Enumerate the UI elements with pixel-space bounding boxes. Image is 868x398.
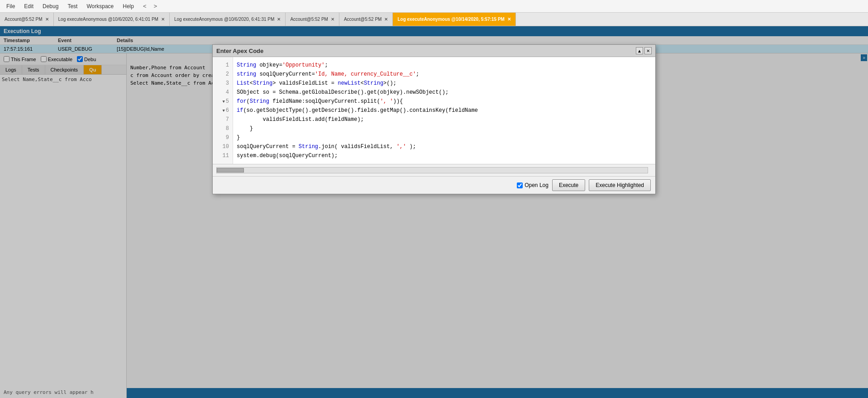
line-num-1: 1 [213,61,233,70]
line-numbers: 1234567891011 [213,57,233,164]
line-num-8: 8 [213,124,233,133]
modal-minimize-button[interactable]: ▲ [636,47,643,54]
menu-workspace[interactable]: Workspace [83,2,117,10]
menu-bar: File Edit Debug Test Workspace Help < > [0,0,868,13]
line-num-2: 2 [213,70,233,79]
line-num-4: 4 [213,88,233,97]
menu-test[interactable]: Test [64,2,81,10]
modal-footer [213,164,655,176]
modal-title: Enter Apex Code [216,48,263,54]
modal-overlay: Enter Apex Code ▲ ✕ 1234567891011 String… [0,26,868,398]
line-num-9: 9 [213,133,233,142]
code-line-5: for(String fieldName:soqlQueryCurrent.sp… [237,97,652,106]
modal-scrollthumb[interactable] [217,168,244,173]
line-num-7: 7 [213,115,233,124]
code-line-4: SObject so = Schema.getGlobalDescribe().… [237,88,652,97]
action-bar: Open Log Execute Execute Highlighted [213,176,655,194]
code-line-2: string soqlQueryCurrent='Id, Name, curre… [237,70,652,79]
line-num-10: 10 [213,142,233,151]
code-line-11: system.debug(soqlQueryCurrent); [237,151,652,160]
line-num-5: 5 [213,97,233,106]
modal-close-button[interactable]: ✕ [644,47,652,54]
menu-debug[interactable]: Debug [39,2,62,10]
code-line-3: List<String> validsFieldList = new List<… [237,79,652,88]
open-log-checkbox[interactable] [517,182,523,188]
code-line-8: } [237,124,652,133]
execute-highlighted-button[interactable]: Execute Highlighted [589,179,651,191]
modal-scrollbar[interactable] [216,167,648,173]
modal-dialog: Enter Apex Code ▲ ✕ 1234567891011 String… [212,44,656,194]
nav-forward[interactable]: > [152,2,159,10]
tab-1[interactable]: Log executeAnonymous @10/6/2020, 6:41:01… [54,13,170,26]
code-line-7: validsFieldList.add(fieldName); [237,115,652,124]
code-line-1: String objkey='Opportunity'; [237,61,652,70]
tab-2[interactable]: Log executeAnonymous @10/6/2020, 6:41:31… [170,13,286,26]
tab-5[interactable]: Log executeAnonymous @10/14/2020, 5:57:1… [393,13,516,26]
code-line-10: soqlQueryCurrent = String.join( validsFi… [237,142,652,151]
menu-file[interactable]: File [3,2,19,10]
tab-bar: Account@5:52 PM ✕ Log executeAnonymous @… [0,13,868,26]
code-editor[interactable]: String objkey='Opportunity';string soqlQ… [233,57,655,164]
line-num-11: 11 [213,151,233,160]
line-num-3: 3 [213,79,233,88]
tab-0[interactable]: Account@5:52 PM ✕ [0,13,54,26]
modal-body: 1234567891011 String objkey='Opportunity… [213,57,655,164]
tab-3[interactable]: Account@5:52 PM ✕ [286,13,339,26]
main-area: Execution Log Timestamp Event Details 17… [0,26,868,398]
tab-close-5[interactable]: ✕ [507,17,511,22]
line-num-6: 6 [213,106,233,115]
modal-controls: ▲ ✕ [636,47,652,54]
execute-button[interactable]: Execute [552,179,585,191]
tab-4[interactable]: Account@5:52 PM ✕ [339,13,393,26]
menu-help[interactable]: Help [119,2,138,10]
tab-close-0[interactable]: ✕ [45,17,49,22]
open-log-checkbox-label[interactable]: Open Log [517,182,548,188]
nav-back[interactable]: < [141,2,148,10]
modal-titlebar: Enter Apex Code ▲ ✕ [213,45,655,57]
tab-close-4[interactable]: ✕ [384,17,388,22]
tab-close-1[interactable]: ✕ [161,17,165,22]
tab-close-3[interactable]: ✕ [331,17,334,22]
tab-close-2[interactable]: ✕ [277,17,281,22]
code-line-6: if(so.getSobjectType().getDescribe().fie… [237,106,652,115]
code-line-9: } [237,133,652,142]
menu-edit[interactable]: Edit [20,2,37,10]
